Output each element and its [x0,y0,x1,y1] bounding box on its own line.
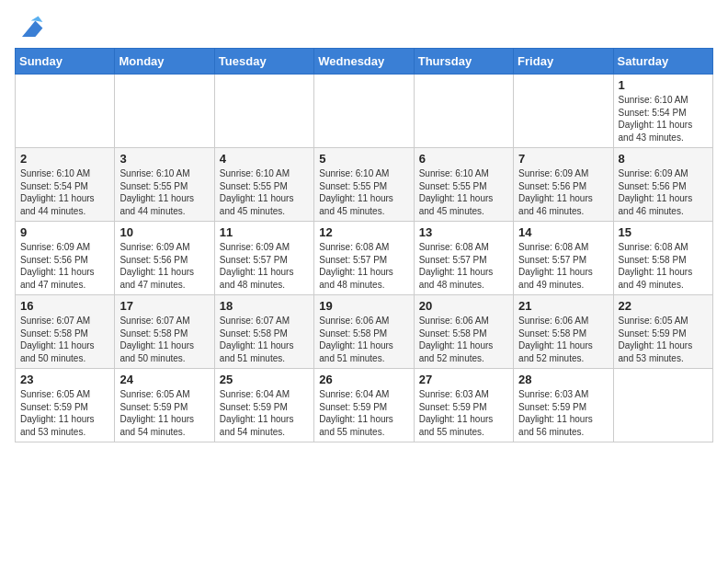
calendar-cell [115,75,214,148]
page-header [15,15,713,40]
calendar-cell: 18Sunrise: 6:07 AM Sunset: 5:58 PM Dayli… [214,295,313,369]
calendar-cell: 28Sunrise: 6:03 AM Sunset: 5:59 PM Dayli… [514,369,613,442]
week-row-3: 9Sunrise: 6:09 AM Sunset: 5:56 PM Daylig… [16,222,713,295]
day-number: 22 [619,299,708,313]
calendar-cell: 11Sunrise: 6:09 AM Sunset: 5:57 PM Dayli… [214,222,313,295]
weekday-header-monday: Monday [115,49,214,75]
day-number: 2 [20,152,109,166]
day-number: 15 [619,225,708,239]
day-number: 10 [119,225,209,239]
day-number: 8 [619,152,708,166]
calendar-cell: 10Sunrise: 6:09 AM Sunset: 5:56 PM Dayli… [115,222,214,295]
day-info: Sunrise: 6:10 AM Sunset: 5:54 PM Dayligh… [619,94,708,144]
day-info: Sunrise: 6:05 AM Sunset: 5:59 PM Dayligh… [20,388,109,438]
day-info: Sunrise: 6:09 AM Sunset: 5:56 PM Dayligh… [119,241,209,291]
calendar-cell: 9Sunrise: 6:09 AM Sunset: 5:56 PM Daylig… [16,222,115,295]
day-number: 28 [518,373,608,386]
calendar-cell: 13Sunrise: 6:08 AM Sunset: 5:57 PM Dayli… [414,222,513,295]
day-info: Sunrise: 6:08 AM Sunset: 5:57 PM Dayligh… [518,241,608,291]
calendar-cell: 1Sunrise: 6:10 AM Sunset: 5:54 PM Daylig… [613,75,712,148]
day-info: Sunrise: 6:05 AM Sunset: 5:59 PM Dayligh… [119,388,209,438]
day-info: Sunrise: 6:03 AM Sunset: 5:59 PM Dayligh… [518,388,608,438]
calendar-cell: 6Sunrise: 6:10 AM Sunset: 5:55 PM Daylig… [414,148,513,222]
calendar-cell: 7Sunrise: 6:09 AM Sunset: 5:56 PM Daylig… [514,148,613,222]
calendar-cell: 20Sunrise: 6:06 AM Sunset: 5:58 PM Dayli… [414,295,513,369]
day-info: Sunrise: 6:08 AM Sunset: 5:58 PM Dayligh… [619,241,708,291]
day-number: 20 [419,299,508,313]
weekday-header-row: SundayMondayTuesdayWednesdayThursdayFrid… [16,49,713,75]
logo-icon [15,15,44,40]
svg-marker-0 [22,20,42,37]
calendar-cell: 27Sunrise: 6:03 AM Sunset: 5:59 PM Dayli… [414,369,513,442]
day-info: Sunrise: 6:07 AM Sunset: 5:58 PM Dayligh… [220,315,309,364]
day-number: 7 [518,152,608,166]
calendar-cell: 22Sunrise: 6:05 AM Sunset: 5:59 PM Dayli… [613,295,712,369]
calendar-cell: 14Sunrise: 6:08 AM Sunset: 5:57 PM Dayli… [514,222,613,295]
day-number: 25 [220,373,309,386]
day-info: Sunrise: 6:07 AM Sunset: 5:58 PM Dayligh… [20,315,109,364]
day-info: Sunrise: 6:09 AM Sunset: 5:56 PM Dayligh… [20,241,109,291]
day-number: 5 [319,152,408,166]
calendar-cell: 19Sunrise: 6:06 AM Sunset: 5:58 PM Dayli… [314,295,414,369]
day-number: 17 [119,299,209,313]
weekday-header-tuesday: Tuesday [214,49,313,75]
day-info: Sunrise: 6:09 AM Sunset: 5:57 PM Dayligh… [220,241,309,291]
day-info: Sunrise: 6:05 AM Sunset: 5:59 PM Dayligh… [619,315,708,364]
day-info: Sunrise: 6:10 AM Sunset: 5:55 PM Dayligh… [220,167,309,217]
calendar-cell: 5Sunrise: 6:10 AM Sunset: 5:55 PM Daylig… [314,148,414,222]
day-info: Sunrise: 6:04 AM Sunset: 5:59 PM Dayligh… [319,388,408,438]
day-info: Sunrise: 6:06 AM Sunset: 5:58 PM Dayligh… [419,315,508,364]
day-number: 26 [319,373,408,386]
calendar-cell: 15Sunrise: 6:08 AM Sunset: 5:58 PM Dayli… [613,222,712,295]
day-number: 16 [20,299,109,313]
week-row-5: 23Sunrise: 6:05 AM Sunset: 5:59 PM Dayli… [16,369,713,442]
day-number: 3 [119,152,209,166]
day-number: 4 [220,152,309,166]
day-info: Sunrise: 6:06 AM Sunset: 5:58 PM Dayligh… [518,315,608,364]
calendar-cell [214,75,313,148]
day-info: Sunrise: 6:07 AM Sunset: 5:58 PM Dayligh… [119,315,209,364]
calendar-cell: 8Sunrise: 6:09 AM Sunset: 5:56 PM Daylig… [613,148,712,222]
svg-marker-1 [31,17,43,22]
calendar-cell: 12Sunrise: 6:08 AM Sunset: 5:57 PM Dayli… [314,222,414,295]
day-number: 18 [220,299,309,313]
calendar-cell: 16Sunrise: 6:07 AM Sunset: 5:58 PM Dayli… [16,295,115,369]
week-row-2: 2Sunrise: 6:10 AM Sunset: 5:54 PM Daylig… [16,148,713,222]
calendar-cell: 4Sunrise: 6:10 AM Sunset: 5:55 PM Daylig… [214,148,313,222]
day-number: 13 [419,225,508,239]
day-number: 14 [518,225,608,239]
day-info: Sunrise: 6:10 AM Sunset: 5:55 PM Dayligh… [319,167,408,217]
day-info: Sunrise: 6:08 AM Sunset: 5:57 PM Dayligh… [419,241,508,291]
weekday-header-saturday: Saturday [613,49,712,75]
calendar-cell [613,369,712,442]
day-number: 6 [419,152,508,166]
weekday-header-sunday: Sunday [16,49,115,75]
week-row-4: 16Sunrise: 6:07 AM Sunset: 5:58 PM Dayli… [16,295,713,369]
day-number: 24 [119,373,209,386]
calendar-cell: 23Sunrise: 6:05 AM Sunset: 5:59 PM Dayli… [16,369,115,442]
day-number: 11 [220,225,309,239]
day-info: Sunrise: 6:08 AM Sunset: 5:57 PM Dayligh… [319,241,408,291]
calendar-cell [16,75,115,148]
day-info: Sunrise: 6:10 AM Sunset: 5:55 PM Dayligh… [119,167,209,217]
week-row-1: 1Sunrise: 6:10 AM Sunset: 5:54 PM Daylig… [16,75,713,148]
day-info: Sunrise: 6:10 AM Sunset: 5:54 PM Dayligh… [20,167,109,217]
day-info: Sunrise: 6:09 AM Sunset: 5:56 PM Dayligh… [619,167,708,217]
calendar-cell: 21Sunrise: 6:06 AM Sunset: 5:58 PM Dayli… [514,295,613,369]
weekday-header-thursday: Thursday [414,49,513,75]
calendar-cell: 24Sunrise: 6:05 AM Sunset: 5:59 PM Dayli… [115,369,214,442]
weekday-header-friday: Friday [514,49,613,75]
day-number: 9 [20,225,109,239]
calendar-cell: 3Sunrise: 6:10 AM Sunset: 5:55 PM Daylig… [115,148,214,222]
weekday-header-wednesday: Wednesday [314,49,414,75]
logo [15,15,48,40]
calendar-cell [314,75,414,148]
day-number: 21 [518,299,608,313]
day-number: 19 [319,299,408,313]
calendar-cell: 17Sunrise: 6:07 AM Sunset: 5:58 PM Dayli… [115,295,214,369]
day-info: Sunrise: 6:10 AM Sunset: 5:55 PM Dayligh… [419,167,508,217]
calendar-cell: 25Sunrise: 6:04 AM Sunset: 5:59 PM Dayli… [214,369,313,442]
calendar-cell [414,75,513,148]
day-info: Sunrise: 6:04 AM Sunset: 5:59 PM Dayligh… [220,388,309,438]
day-number: 23 [20,373,109,386]
